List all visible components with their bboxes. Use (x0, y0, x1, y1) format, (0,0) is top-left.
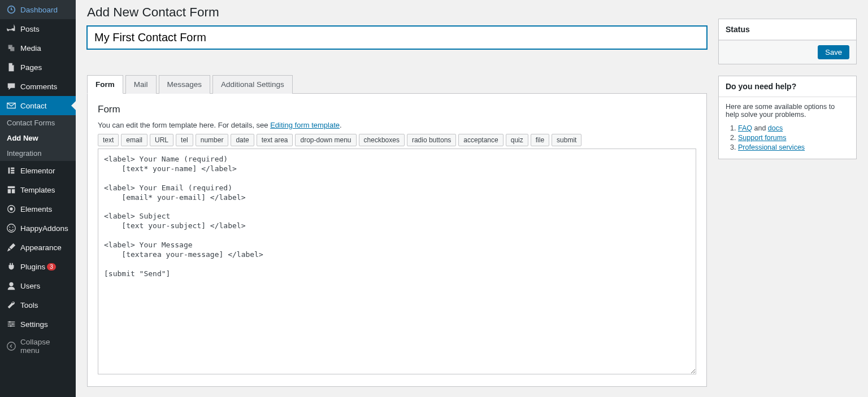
page-icon (6, 62, 17, 73)
form-panel: Form You can edit the form template here… (87, 94, 707, 387)
sidebar-item-pages[interactable]: Pages (0, 58, 76, 77)
dashboard-icon (6, 4, 17, 15)
sidebar-item-dashboard[interactable]: Dashboard (0, 0, 76, 19)
svg-point-15 (10, 325, 12, 327)
tab-messages[interactable]: Messages (159, 75, 211, 94)
sidebar-item-comments[interactable]: Comments (0, 77, 76, 96)
happy-icon (6, 223, 17, 234)
sidebar-label: Elements (20, 205, 52, 213)
plugins-badge: 3 (47, 263, 56, 271)
sidebar-item-elementor[interactable]: Elementor (0, 161, 76, 180)
sidebar-label: Templates (20, 186, 55, 194)
sidebar-subitem-integration[interactable]: Integration (0, 146, 76, 161)
sidebar-subitem-contact-forms[interactable]: Contact Forms (0, 115, 76, 130)
tag-btn-file[interactable]: file (531, 134, 549, 146)
form-template-textarea[interactable] (98, 149, 696, 374)
svg-point-13 (9, 321, 11, 323)
elementor-icon (6, 165, 17, 176)
right-sidebar: Status Save Do you need help? Here are s… (718, 0, 857, 386)
tag-btn-number[interactable]: number (196, 134, 229, 146)
status-postbox-header: Status (719, 19, 856, 40)
tag-btn-checkboxes[interactable]: checkboxes (359, 134, 405, 146)
tag-btn-submit[interactable]: submit (552, 134, 581, 146)
tag-btn-textarea[interactable]: text area (257, 134, 293, 146)
user-icon (6, 280, 17, 291)
docs-link[interactable]: docs (768, 124, 783, 132)
settings-icon (6, 319, 17, 330)
sidebar-label: Pages (20, 63, 42, 72)
svg-point-8 (12, 226, 14, 228)
tag-btn-acceptance[interactable]: acceptance (458, 134, 503, 146)
save-button[interactable]: Save (818, 45, 849, 59)
sidebar-label: Contact (20, 102, 47, 110)
form-help-text: You can edit the form template here. For… (98, 121, 696, 129)
svg-rect-2 (11, 170, 14, 172)
tag-btn-radio[interactable]: radio buttons (407, 134, 456, 146)
sidebar-item-settings[interactable]: Settings (0, 315, 76, 334)
sidebar-label: Collapse menu (20, 338, 71, 355)
help-postbox-header: Do you need help? (719, 76, 856, 97)
sidebar-label: Tools (20, 301, 38, 309)
tag-btn-url[interactable]: URL (150, 134, 173, 146)
tag-btn-tel[interactable]: tel (176, 134, 193, 146)
tag-btn-text[interactable]: text (98, 134, 119, 146)
form-section-heading: Form (98, 104, 696, 115)
sidebar-item-plugins[interactable]: Plugins3 (0, 257, 76, 276)
sidebar-item-collapse[interactable]: Collapse menu (0, 334, 76, 359)
tag-btn-date[interactable]: date (231, 134, 254, 146)
sidebar-item-elements[interactable]: Elements (0, 199, 76, 219)
sidebar-item-tools[interactable]: Tools (0, 295, 76, 315)
wrench-icon (6, 299, 17, 311)
sidebar-item-contact[interactable]: Contact (0, 96, 76, 115)
plug-icon (6, 261, 17, 272)
form-title-input[interactable] (87, 26, 707, 49)
help-postbox-body: Here are some available options to help … (719, 97, 856, 159)
support-forums-link[interactable]: Support forums (738, 134, 786, 142)
page-title: Add New Contact Form (87, 0, 707, 22)
media-icon (6, 42, 17, 54)
svg-rect-0 (8, 168, 10, 174)
sidebar-item-posts[interactable]: Posts (0, 19, 76, 38)
sidebar-label: Posts (20, 25, 40, 33)
help-item-services: Professional services (738, 143, 849, 151)
help-title: Do you need help? (726, 82, 849, 91)
status-title: Status (726, 25, 849, 34)
editing-form-template-link[interactable]: Editing form template (270, 121, 340, 129)
elements-icon (6, 203, 17, 215)
sidebar-label: Settings (20, 320, 48, 329)
help-postbox: Do you need help? Here are some availabl… (718, 76, 857, 159)
sidebar-label: Comments (20, 82, 57, 91)
sidebar-label: Appearance (20, 243, 62, 252)
tag-btn-dropdown[interactable]: drop-down menu (295, 134, 356, 146)
svg-point-5 (10, 207, 12, 210)
faq-link[interactable]: FAQ (738, 124, 752, 132)
sidebar-label: Users (20, 282, 40, 290)
professional-services-link[interactable]: Professional services (738, 143, 805, 151)
sidebar-label: Elementor (20, 167, 55, 175)
main-column: Add New Contact Form Form Mail Messages … (87, 0, 707, 386)
tag-generator-buttons: text email URL tel number date text area… (98, 134, 696, 146)
sidebar-subitem-add-new[interactable]: Add New (0, 130, 76, 146)
tab-mail[interactable]: Mail (125, 75, 157, 94)
sidebar-label: Dashboard (20, 6, 58, 14)
help-list: FAQ and docs Support forums Professional… (726, 124, 849, 151)
help-text-suffix: . (340, 121, 342, 129)
tag-btn-email[interactable]: email (121, 134, 147, 146)
editor-tabs: Form Mail Messages Additional Settings (87, 75, 707, 94)
help-item-faq: FAQ and docs (738, 124, 849, 132)
tag-btn-quiz[interactable]: quiz (506, 134, 528, 146)
sidebar-item-happyaddons[interactable]: HappyAddons (0, 219, 76, 238)
help-item-forums: Support forums (738, 134, 849, 142)
sidebar-item-users[interactable]: Users (0, 276, 76, 295)
sidebar-item-media[interactable]: Media (0, 38, 76, 58)
sidebar-label: HappyAddons (20, 224, 68, 233)
sidebar-item-appearance[interactable]: Appearance (0, 238, 76, 257)
pin-icon (6, 23, 17, 34)
sidebar-item-templates[interactable]: Templates (0, 180, 76, 199)
svg-rect-3 (11, 172, 14, 174)
tab-form[interactable]: Form (87, 75, 123, 94)
tab-additional-settings[interactable]: Additional Settings (212, 75, 293, 94)
svg-point-16 (7, 342, 15, 350)
mail-icon (6, 100, 17, 111)
sidebar-label: Media (20, 44, 41, 53)
